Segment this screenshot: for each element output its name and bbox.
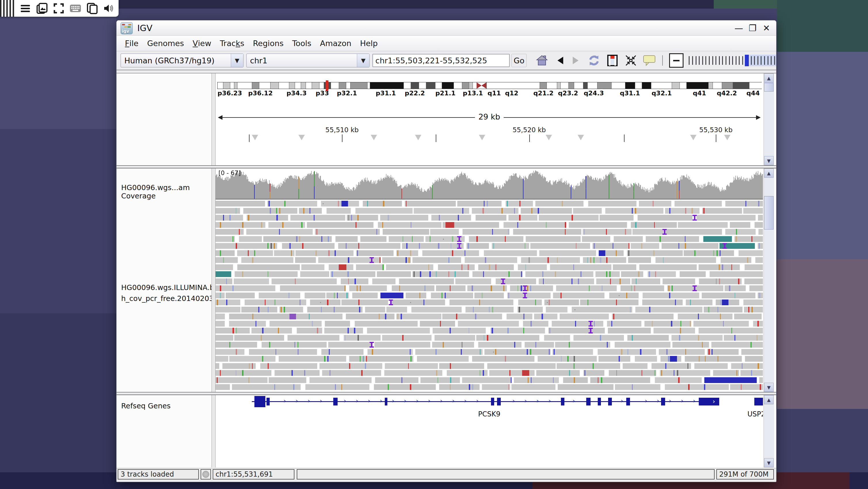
cytoband	[426, 82, 435, 89]
region-tool-icon[interactable]	[606, 54, 619, 67]
gene-exon[interactable]	[598, 398, 601, 405]
chromosome-select[interactable]: chr1 ▼	[246, 54, 370, 67]
menu-view[interactable]: View	[188, 36, 216, 51]
scroll-down-icon[interactable]: ▼	[764, 383, 774, 392]
gene-name-label[interactable]: PCSK9	[478, 410, 500, 418]
back-icon[interactable]	[554, 54, 567, 67]
gene-exon[interactable]	[385, 398, 388, 405]
fit-window-icon[interactable]	[624, 54, 638, 67]
gene-exon[interactable]: ›	[699, 398, 719, 405]
zoom-tick	[692, 56, 693, 65]
gene-exon[interactable]	[661, 398, 665, 405]
menu-amazon[interactable]: Amazon	[316, 36, 356, 51]
clipboard-icon[interactable]	[86, 2, 98, 15]
alignment-scrollbar[interactable]: ▲ ▼	[764, 169, 774, 392]
cytoband	[312, 82, 319, 89]
zoom-out-icon[interactable]	[669, 53, 684, 68]
cytoband	[635, 82, 642, 89]
menu-tracks[interactable]: Tracks	[216, 36, 249, 51]
gene-exon[interactable]	[497, 398, 501, 405]
gene-exon[interactable]	[608, 398, 612, 405]
gene-exon[interactable]	[754, 398, 763, 405]
go-button[interactable]: Go	[512, 54, 527, 67]
cytoband	[722, 82, 733, 89]
alignment-data-area[interactable]: [0 - 67]	[216, 169, 763, 392]
home-icon[interactable]	[535, 54, 549, 67]
zoom-slider-thumb[interactable]	[745, 55, 749, 66]
locus-input[interactable]	[372, 54, 509, 67]
zoom-slider[interactable]	[687, 54, 776, 67]
menu-genomes[interactable]: Genomes	[143, 36, 188, 51]
cytoband	[270, 82, 279, 89]
scroll-up-icon[interactable]: ▲	[764, 74, 774, 83]
cytoband	[642, 82, 651, 89]
tooltip-icon[interactable]	[643, 54, 656, 67]
scroll-down-icon[interactable]: ▼	[764, 458, 774, 467]
chevron-down-icon[interactable]: ▼	[357, 54, 369, 67]
cursor-position-status: chr1:55,531,691	[213, 469, 294, 480]
menu-tools[interactable]: Tools	[288, 36, 316, 51]
chromosome-ideogram[interactable]	[217, 82, 762, 89]
genes-data-area[interactable]: ››››››››››››››››››››››››››››PCSK9USP24	[216, 395, 763, 467]
desktop-patch	[0, 313, 116, 474]
cytoband-label: q11	[488, 90, 501, 97]
cytoband	[223, 82, 230, 89]
fullscreen-icon[interactable]	[52, 2, 65, 15]
ideogram-data-area[interactable]: p36.23p36.12p34.3p33p32.1p31.1p22.2p21.1…	[216, 74, 763, 165]
cytoband-label: p21.1	[435, 90, 456, 97]
cytoband	[672, 82, 680, 89]
attribute-strip	[212, 169, 216, 392]
read-pileup[interactable]	[216, 201, 763, 392]
menu-help[interactable]: Help	[356, 36, 382, 51]
menu-icon[interactable]	[19, 2, 32, 15]
minimize-button[interactable]: —	[733, 23, 745, 33]
cytoband-label: p36.12	[248, 90, 273, 97]
cytoband-label: q44	[747, 90, 760, 97]
zoom-tick	[725, 56, 726, 65]
coverage-histogram[interactable]	[216, 170, 763, 200]
keyboard-icon[interactable]	[69, 2, 82, 15]
refresh-icon[interactable]	[587, 54, 601, 67]
drag-handle[interactable]	[0, 0, 15, 17]
cytoband	[686, 82, 709, 89]
titlebar[interactable]: igv IGV — ❐ ✕	[117, 21, 776, 36]
gene-exon[interactable]	[626, 398, 630, 405]
window-title: IGV	[137, 23, 153, 33]
gene-name-label[interactable]: USP24	[747, 410, 763, 418]
audio-icon[interactable]	[102, 2, 115, 15]
chevron-down-icon[interactable]: ▼	[231, 54, 243, 67]
close-button[interactable]: ✕	[761, 23, 772, 33]
menu-regions[interactable]: Regions	[249, 36, 288, 51]
screenshot-icon[interactable]	[36, 2, 48, 15]
ruler-marker-triangle	[479, 135, 485, 140]
scroll-up-icon[interactable]: ▲	[764, 395, 774, 404]
scrollbar-thumb[interactable]	[764, 196, 774, 230]
genome-select[interactable]: Human (GRCh37/hg19) ▼	[121, 54, 244, 67]
panel-divider[interactable]	[117, 392, 776, 395]
menu-file[interactable]: File	[121, 36, 143, 51]
gene-exon[interactable]	[254, 396, 265, 407]
scroll-down-icon[interactable]: ▼	[764, 156, 774, 165]
strand-arrow-icon: ›	[308, 397, 310, 404]
memory-status[interactable]: 291M of 700M	[716, 469, 774, 480]
genes-track-label[interactable]: Refseq Genes	[121, 402, 170, 410]
gene-exon[interactable]	[333, 398, 338, 405]
gene-exon[interactable]	[267, 398, 270, 405]
scroll-up-icon[interactable]: ▲	[764, 169, 774, 178]
panel-divider[interactable]	[117, 165, 776, 169]
ruler-marker-triangle	[371, 135, 377, 140]
strand-arrow-icon: ›	[416, 397, 418, 404]
genes-scrollbar[interactable]: ▲ ▼	[764, 395, 774, 467]
scrollbar-thumb[interactable]	[764, 83, 774, 92]
igv-app-icon: igv	[121, 22, 133, 34]
gene-exon[interactable]	[586, 398, 591, 405]
gene-exon[interactable]	[561, 398, 564, 405]
cytoband-label: q42.2	[717, 90, 737, 97]
strand-arrow-icon: ›	[404, 397, 406, 404]
strand-arrow-icon: ›	[645, 397, 647, 404]
maximize-button[interactable]: ❐	[747, 23, 758, 33]
ideogram-scrollbar[interactable]: ▲ ▼	[764, 74, 774, 165]
forward-icon[interactable]	[569, 54, 583, 67]
gene-exon[interactable]	[491, 398, 494, 405]
coverage-track-label[interactable]: HG00096.wgs...am Coverage	[121, 183, 212, 200]
